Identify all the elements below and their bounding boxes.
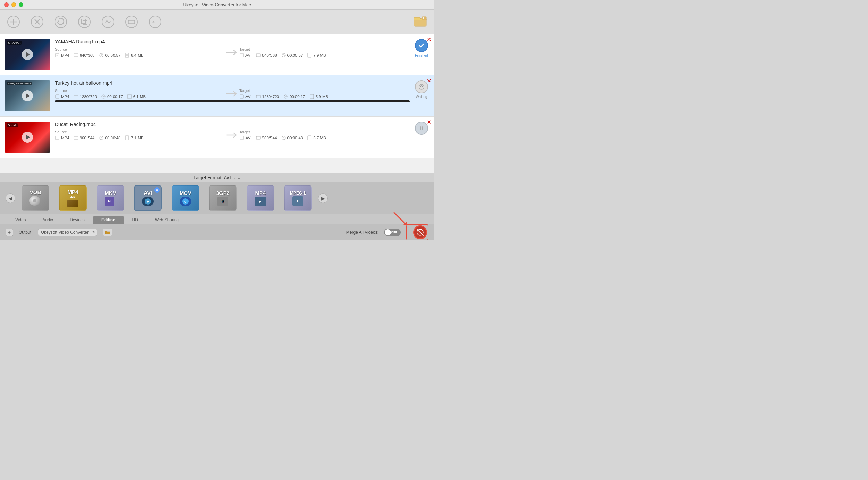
format-icon: MP4 4K xyxy=(59,185,87,211)
svg-text:A: A xyxy=(152,20,155,24)
svg-rect-21 xyxy=(74,54,78,57)
open-folder-button[interactable] xyxy=(103,229,112,236)
target-size: 5.9 MB xyxy=(309,94,328,99)
source-info: Source MP4 1280*720 xyxy=(55,89,225,99)
status-badge: Waiting xyxy=(416,95,427,99)
svg-rect-59 xyxy=(308,136,311,140)
source-duration: 00:00:17 xyxy=(101,94,123,99)
target-duration: 00:00:17 xyxy=(283,94,305,99)
tab-video[interactable]: Video xyxy=(7,216,34,224)
source-format: MP4 xyxy=(55,135,69,140)
format-item-mpeg1[interactable]: MPEG-1 ▶ xyxy=(281,185,315,211)
format-icon: MKV M xyxy=(97,185,124,211)
file-thumbnail: Ducati xyxy=(5,122,50,153)
convert-arrow xyxy=(225,90,239,97)
rotate-tool[interactable] xyxy=(54,15,67,28)
toggle-state: OFF xyxy=(391,231,397,234)
cut-tool[interactable] xyxy=(31,15,44,28)
svg-rect-8 xyxy=(83,20,87,25)
convert-button[interactable] xyxy=(413,225,427,239)
tab-hd[interactable]: HD xyxy=(124,216,147,224)
svg-rect-36 xyxy=(74,95,78,98)
progress-bar xyxy=(55,100,410,102)
remove-file-button[interactable]: ✕ xyxy=(427,37,431,42)
format-icon: VOB xyxy=(22,185,49,211)
convert-arrow xyxy=(225,49,239,56)
status-icon xyxy=(415,122,428,135)
svg-rect-53 xyxy=(125,136,129,140)
source-resolution: 640*368 xyxy=(74,53,95,58)
svg-point-47 xyxy=(419,84,424,89)
format-header[interactable]: Target Format: AVI ⌄⌄ xyxy=(0,173,434,182)
source-format: vid MP4 xyxy=(55,53,69,58)
file-info: Ducati Racing.mp4 Source MP4 960*544 xyxy=(55,122,410,140)
format-next-button[interactable]: ▶ xyxy=(318,193,328,203)
add-file-button[interactable]: + xyxy=(6,229,13,236)
status-badge: Finished xyxy=(415,53,428,57)
target-label: Target xyxy=(239,130,410,134)
tab-web-sharing[interactable]: Web Sharing xyxy=(147,216,187,224)
close-button[interactable] xyxy=(4,2,9,7)
source-info: Source MP4 960*544 xyxy=(55,130,225,140)
format-icon: MOV Q xyxy=(172,185,199,211)
format-item-mp4[interactable]: MP4 ▶ xyxy=(243,185,278,211)
play-button[interactable] xyxy=(22,90,33,101)
file-name: Turkey hot air balloon.mp4 xyxy=(55,80,410,86)
svg-rect-48 xyxy=(56,136,59,140)
folder-tool[interactable]: ! xyxy=(413,15,427,28)
svg-text:!: ! xyxy=(423,17,424,20)
convert-button-border xyxy=(406,224,428,240)
crop-tool[interactable] xyxy=(78,15,91,28)
output-select[interactable]: Ukeysoft Video Converter xyxy=(38,229,97,236)
format-prev-button[interactable]: ◀ xyxy=(6,193,15,203)
file-name: Ducati Racing.mp4 xyxy=(55,122,410,127)
play-button[interactable] xyxy=(22,49,33,60)
source-info: Source vid MP4 640*368 xyxy=(55,47,225,58)
format-icon: MP4 ▶ xyxy=(247,185,274,211)
tab-audio[interactable]: Audio xyxy=(34,216,61,224)
target-resolution: 1280*720 xyxy=(256,94,279,99)
format-icon: 3GP2 📱 xyxy=(209,185,237,211)
minimize-button[interactable] xyxy=(11,2,16,7)
subtitle-tool[interactable] xyxy=(125,15,138,28)
file-list: ✕ YAMAHA YAMAHA Racing1.mp4 Source vid M… xyxy=(0,34,434,173)
target-duration: 00:00:57 xyxy=(281,53,303,58)
source-duration: 00:00:48 xyxy=(99,135,121,140)
svg-rect-40 xyxy=(128,94,131,99)
source-size: 6.1 MB xyxy=(127,94,146,99)
output-label: Output: xyxy=(19,230,32,235)
toolbar: A ! xyxy=(0,10,434,34)
maximize-button[interactable] xyxy=(19,2,23,7)
target-format: AVI xyxy=(239,94,252,99)
format-icon: ⚙ AVI ▶ xyxy=(134,185,162,211)
format-item-avi[interactable]: ⚙ AVI ▶ xyxy=(131,185,165,211)
toggle-thumb xyxy=(385,229,391,235)
chevron-down-icon: ⌄⌄ xyxy=(234,175,241,180)
effect-tool[interactable] xyxy=(101,15,115,28)
merge-toggle[interactable]: OFF xyxy=(384,229,401,236)
remove-file-button[interactable]: ✕ xyxy=(427,119,431,125)
progress-bar-container xyxy=(55,100,410,102)
format-item-mov[interactable]: MOV Q xyxy=(168,185,203,211)
play-button[interactable] xyxy=(22,132,33,143)
watermark-tool[interactable]: A xyxy=(149,15,162,28)
remove-file-button[interactable]: ✕ xyxy=(427,78,431,84)
format-item-3gp2[interactable]: 3GP2 📱 xyxy=(206,185,240,211)
svg-point-14 xyxy=(149,16,161,28)
format-title: Target Format: AVI xyxy=(193,175,231,180)
format-grid: ◀ VOB MP4 4K xyxy=(0,182,434,214)
toggle-track[interactable]: OFF xyxy=(384,229,401,236)
format-icon: MPEG-1 ▶ xyxy=(284,185,312,211)
window-controls[interactable] xyxy=(4,2,23,7)
format-item-mkv[interactable]: MKV M xyxy=(93,185,128,211)
status-icon xyxy=(415,80,428,93)
svg-rect-35 xyxy=(56,95,59,98)
tab-editing[interactable]: Editing xyxy=(93,216,124,224)
target-resolution: 640*368 xyxy=(256,53,277,58)
tab-devices[interactable]: Devices xyxy=(61,216,93,224)
svg-rect-7 xyxy=(82,19,86,23)
file-name: YAMAHA Racing1.mp4 xyxy=(55,39,410,44)
format-item-mp4-4k[interactable]: MP4 4K xyxy=(56,185,90,211)
format-item-vob[interactable]: VOB xyxy=(18,185,53,211)
add-tool[interactable] xyxy=(7,15,20,28)
